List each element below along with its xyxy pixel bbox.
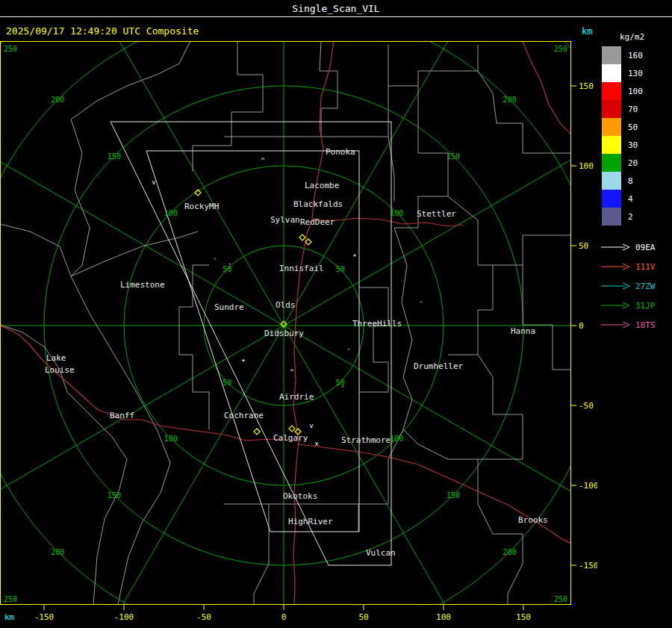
right-axis-label: 100 <box>579 161 594 171</box>
site-arrow-icon <box>600 301 632 310</box>
azimuth-spoke-line <box>0 326 284 628</box>
site-marker-diamond <box>254 429 260 435</box>
ring-distance-label: 150 <box>108 152 121 161</box>
map-layers: 5050505010010010010015015015015020020020… <box>0 41 597 628</box>
county-boundary-line <box>71 119 170 605</box>
bottom-axis-label: -150 <box>34 612 55 622</box>
colorbar-value: 160 <box>628 51 643 60</box>
site-legend-row: 18TS <box>600 315 672 335</box>
colorbar-row: 4 <box>602 190 672 208</box>
right-axis-label: 50 <box>579 241 588 251</box>
place-label: Louise <box>45 365 75 375</box>
colorbar-value: 4 <box>628 194 633 204</box>
ring-distance-label: 50 <box>336 265 345 273</box>
ring-distance-label: 250 <box>554 595 567 603</box>
place-label: Lacombe <box>305 181 339 190</box>
site-id-label: 31JP <box>635 301 656 311</box>
ring-distance-label: 200 <box>51 548 64 556</box>
colorbar-row: 100 <box>602 82 672 100</box>
county-boundary-line <box>448 196 493 355</box>
window-title: Single_Scan_VIL <box>292 3 379 14</box>
place-label: Innisfail <box>279 264 324 273</box>
place-label: Okotoks <box>283 491 317 501</box>
ring-distance-label: 150 <box>108 491 121 500</box>
place-label: Blackfalds <box>293 199 343 209</box>
bottom-axis-label: -50 <box>196 612 211 622</box>
cell-marker: ^ <box>290 368 294 376</box>
radar-coverage-outline <box>111 122 391 565</box>
place-label: Olds <box>276 300 296 310</box>
bottom-axis-label: 150 <box>516 612 531 622</box>
colorbar-value: 8 <box>628 176 633 186</box>
county-boundary-line <box>478 459 523 605</box>
place-label: Lake <box>46 353 66 363</box>
county-boundary-line <box>388 45 478 86</box>
cell-marker: · <box>228 261 231 268</box>
cell-marker: · <box>419 299 423 306</box>
cell-marker: · <box>213 255 217 263</box>
cell-marker: · <box>340 383 344 391</box>
place-label: Calgary <box>273 433 308 443</box>
ring-distance-label: 150 <box>447 152 460 161</box>
place-label: Limestone <box>120 280 165 290</box>
radar-application-window: Single_Scan_VIL 2025/09/17 12:49:20 UTC … <box>0 0 672 628</box>
county-boundary-line <box>193 41 263 172</box>
colorbar-row: 130 <box>602 64 672 82</box>
colorbar-row: 30 <box>602 136 672 154</box>
ring-distance-label: 200 <box>51 96 64 104</box>
county-boundary-line <box>493 235 571 265</box>
colorbar-row: 20 <box>602 154 672 172</box>
place-label: Didsbury <box>264 329 304 338</box>
right-axis-label: -150 <box>579 561 597 571</box>
colorbar-swatch <box>602 208 621 226</box>
county-boundary-line <box>359 287 388 392</box>
ring-distance-label: 100 <box>390 209 403 217</box>
colorbar-value: 50 <box>628 122 638 132</box>
ring-distance-label: 100 <box>164 209 178 217</box>
right-axis-label: -50 <box>579 401 594 411</box>
colorbar-value: 100 <box>628 87 643 96</box>
highway-line <box>523 41 571 134</box>
colorbar-value: 30 <box>628 140 638 150</box>
colorbar-row: 160 <box>602 46 672 64</box>
bottom-axis-label: -100 <box>114 612 134 622</box>
colorbar-swatch <box>602 64 621 82</box>
colorbar-swatch <box>602 136 621 154</box>
colorbar-swatch <box>602 118 621 136</box>
site-id-label: 111V <box>635 262 656 272</box>
ring-distance-label: 250 <box>554 45 567 53</box>
site-id-label: 27ZW <box>635 282 656 291</box>
ring-distance-label: 100 <box>390 435 403 443</box>
colorbar-swatch <box>602 82 621 100</box>
site-arrow-icon <box>600 262 632 271</box>
right-axis-label: 150 <box>579 81 594 91</box>
scan-timestamp: 2025/09/17 12:49:20 UTC Composite <box>6 25 199 37</box>
site-legend-row: 111V <box>600 257 672 276</box>
county-boundary-line <box>179 265 209 429</box>
cell-marker: v <box>152 178 155 186</box>
ring-distance-label: 50 <box>223 379 231 387</box>
colorbar-row: 70 <box>602 100 672 118</box>
bottom-axis-label: 50 <box>358 612 368 622</box>
place-label: Banff <box>110 411 134 420</box>
place-label: Ponoka <box>326 147 355 157</box>
site-marker-diamond <box>289 426 295 432</box>
ring-distance-label: 100 <box>164 435 178 443</box>
colorbar-value: 2 <box>628 212 633 222</box>
cell-marker: · <box>346 346 350 353</box>
county-boundary-line <box>523 265 571 370</box>
site-legend-row: 31JP <box>600 296 672 315</box>
cell-marker: * <box>352 253 356 261</box>
colorbar-swatch <box>602 154 621 172</box>
colorbar-swatch <box>602 46 621 64</box>
place-label: ThreeHills <box>352 319 402 329</box>
place-label: RockyMH <box>184 202 219 211</box>
radar-map-display[interactable]: 5050505010010010010015015015015020020020… <box>0 41 597 628</box>
cell-marker: v <box>309 422 313 429</box>
ring-distance-label: 150 <box>447 491 460 500</box>
ring-distance-label: 250 <box>4 595 17 603</box>
site-id-label: 18TS <box>635 320 656 330</box>
county-boundary-line <box>71 41 190 119</box>
county-boundary-line <box>403 429 478 459</box>
site-arrow-icon <box>600 320 632 329</box>
